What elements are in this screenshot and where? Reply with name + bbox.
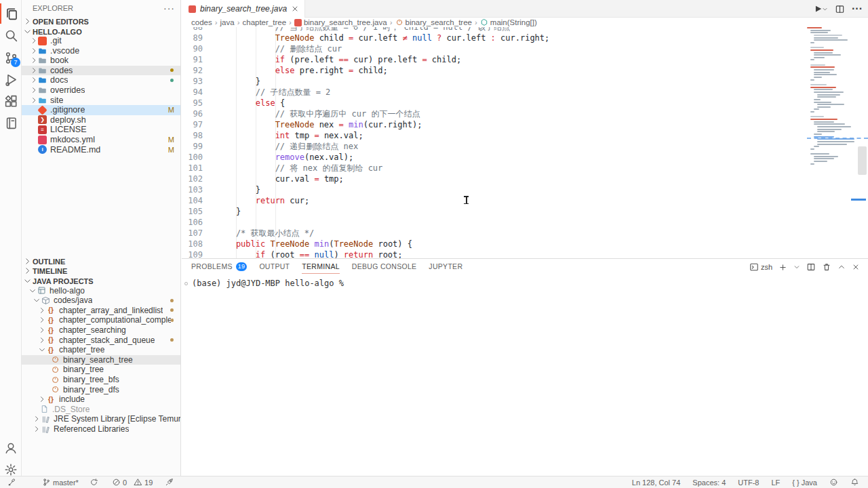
line-number: 98 bbox=[182, 130, 212, 141]
file-row--vscode[interactable]: .vscode bbox=[22, 45, 180, 56]
minimap-line bbox=[817, 96, 836, 98]
class-icon bbox=[51, 355, 60, 364]
breadcrumb-item[interactable]: binary_search_tree.java bbox=[294, 18, 387, 26]
java-tree-binary-tree[interactable]: binary_tree bbox=[22, 365, 180, 375]
java-tree-chapter-tree[interactable]: {}chapter_tree bbox=[22, 345, 180, 355]
panel-tab-output[interactable]: OUTPUT bbox=[259, 259, 290, 274]
token: public bbox=[236, 239, 265, 249]
close-icon[interactable] bbox=[291, 5, 299, 13]
activity-account[interactable] bbox=[0, 438, 22, 458]
project-icon bbox=[37, 286, 46, 295]
new-terminal-button[interactable] bbox=[778, 263, 787, 272]
token: child bbox=[314, 33, 349, 43]
breadcrumb-item[interactable]: chapter_tree bbox=[242, 18, 286, 26]
minimap-line bbox=[814, 161, 827, 162]
file-row-overrides[interactable]: overrides bbox=[22, 85, 180, 96]
close-panel-icon[interactable] bbox=[852, 263, 860, 271]
workspace-root-header[interactable]: HELLO-ALGO bbox=[22, 26, 180, 37]
breadcrumb-item[interactable]: java bbox=[220, 18, 235, 26]
terminal[interactable]: (base) jyd@JYD-MBP hello-algo % bbox=[184, 279, 344, 288]
scrollbar-thumb[interactable] bbox=[858, 146, 867, 175]
class-icon bbox=[51, 375, 60, 384]
status-notifications[interactable] bbox=[847, 478, 863, 487]
status-git-branch[interactable]: master* bbox=[39, 478, 82, 487]
split-editor-icon[interactable] bbox=[835, 4, 845, 14]
status-eol[interactable]: LF bbox=[768, 479, 783, 487]
java-tree--ds-store[interactable]: .DS_Store bbox=[22, 405, 180, 415]
file-row-codes[interactable]: codes bbox=[22, 66, 180, 76]
activity-extensions[interactable] bbox=[0, 91, 22, 111]
java-tree-chapter-searching[interactable]: {}chapter_searching bbox=[22, 325, 180, 336]
java-tree-chapter-array-and-linkedlist[interactable]: {}chapter_array_and_linkedlist bbox=[22, 306, 180, 316]
minimap-line bbox=[817, 106, 831, 108]
activity-search[interactable] bbox=[0, 25, 22, 45]
panel-tab-problems[interactable]: PROBLEMS19 bbox=[191, 259, 247, 274]
java-tree-binary-tree-dfs[interactable]: binary_tree_dfs bbox=[22, 384, 180, 394]
status-cursor-position[interactable]: Ln 128, Col 74 bbox=[629, 479, 684, 487]
activity-notebook[interactable] bbox=[0, 113, 22, 133]
java-tree-codes-java[interactable]: codes/java bbox=[22, 296, 180, 306]
status-warnings[interactable]: 19 bbox=[130, 478, 156, 487]
file-row--gitignore[interactable]: .gitignoreM bbox=[22, 105, 180, 115]
modified-dot bbox=[170, 299, 174, 302]
minimap-line bbox=[814, 69, 834, 70]
outline-header[interactable]: OUTLINE bbox=[22, 256, 180, 266]
token: cur.left bbox=[353, 33, 402, 43]
more-actions-icon[interactable]: ··· bbox=[852, 3, 863, 15]
activity-explorer[interactable] bbox=[0, 3, 22, 24]
status-sync[interactable] bbox=[86, 478, 102, 487]
code-line-105: 105} bbox=[182, 206, 549, 217]
run-java-button[interactable] bbox=[813, 4, 828, 14]
file-row-site[interactable]: site bbox=[22, 95, 180, 105]
status-errors[interactable]: 0 bbox=[108, 478, 130, 487]
kill-terminal-icon[interactable] bbox=[822, 262, 831, 272]
status-remote-tools[interactable] bbox=[4, 478, 20, 487]
token: return bbox=[256, 196, 285, 205]
status-language-mode[interactable]: { } Java bbox=[789, 479, 821, 487]
open-editors-header[interactable]: OPEN EDITORS bbox=[22, 16, 180, 26]
activity-source-control[interactable]: 7 bbox=[0, 47, 22, 68]
status-feedback[interactable] bbox=[826, 478, 842, 487]
terminal-dropdown-icon[interactable] bbox=[793, 264, 800, 270]
file-label: mkdocs.yml bbox=[50, 135, 95, 144]
breadcrumb-item[interactable]: codes bbox=[191, 18, 212, 26]
file-row-book[interactable]: book bbox=[22, 56, 180, 66]
file-label: book bbox=[50, 56, 68, 65]
file-row--git[interactable]: .git bbox=[22, 36, 180, 46]
java-tree-include[interactable]: {}include bbox=[22, 394, 180, 405]
minimap[interactable] bbox=[807, 27, 856, 258]
split-terminal-icon[interactable] bbox=[806, 262, 816, 272]
panel-tab-debug-console[interactable]: DEBUG CONSOLE bbox=[352, 259, 417, 274]
breadcrumb-label: binary_search_tree bbox=[406, 18, 472, 26]
maximize-panel-icon[interactable] bbox=[837, 263, 846, 271]
minimap-line bbox=[810, 163, 814, 165]
java-projects-header[interactable]: JAVA PROJECTS bbox=[22, 276, 180, 286]
java-tree-jre-system-library-eclipse-temurin-17-17-[interactable]: JRE System Library [Eclipse Temurin 17 [… bbox=[22, 414, 180, 424]
java-tree-hello-algo[interactable]: hello-algo bbox=[22, 285, 180, 296]
code-editor[interactable]: 88// 当子结点数量 = 0 / 1 时， child = null / 该子… bbox=[182, 27, 868, 258]
file-row-license[interactable]: ≡LICENSE bbox=[22, 125, 180, 135]
java-tree-binary-tree-bfs[interactable]: binary_tree_bfs bbox=[22, 375, 180, 385]
breadcrumb-item[interactable]: binary_search_tree bbox=[395, 18, 472, 26]
panel-tab-terminal[interactable]: TERMINAL bbox=[302, 259, 340, 274]
status-indentation[interactable]: Spaces: 4 bbox=[689, 479, 729, 487]
java-tree-chapter-stack-and-queue[interactable]: {}chapter_stack_and_queue bbox=[22, 335, 180, 345]
file-row-deploy-sh[interactable]: ❯deploy.sh bbox=[22, 115, 180, 125]
status-encoding[interactable]: UTF-8 bbox=[734, 479, 762, 487]
file-row-docs[interactable]: docs bbox=[22, 75, 180, 85]
breadcrumb-item[interactable]: main(String[]) bbox=[480, 18, 537, 26]
panel-tab-jupyter[interactable]: JUPYTER bbox=[429, 259, 462, 274]
file-row-mkdocs-yml[interactable]: mkdocs.ymlM bbox=[22, 135, 180, 145]
file-row-readme-md[interactable]: iREADME.mdM bbox=[22, 144, 180, 155]
chevron-down-icon bbox=[33, 296, 41, 304]
token: min bbox=[349, 120, 363, 129]
timeline-header[interactable]: TIMELINE bbox=[22, 266, 180, 277]
shell-selector[interactable]: zsh bbox=[749, 262, 772, 272]
java-tree-chapter-computational-complexity[interactable]: {}chapter_computational_complexity bbox=[22, 315, 180, 325]
more-actions-icon[interactable]: ··· bbox=[163, 3, 175, 14]
java-tree-binary-search-tree[interactable]: binary_search_tree bbox=[22, 355, 180, 365]
status-java-status[interactable] bbox=[161, 478, 177, 487]
java-tree-referenced-libraries[interactable]: Referenced Libraries bbox=[22, 424, 180, 434]
activity-run-debug[interactable] bbox=[0, 69, 22, 89]
tab-binary-search-tree[interactable]: binary_search_tree.java bbox=[182, 0, 305, 18]
